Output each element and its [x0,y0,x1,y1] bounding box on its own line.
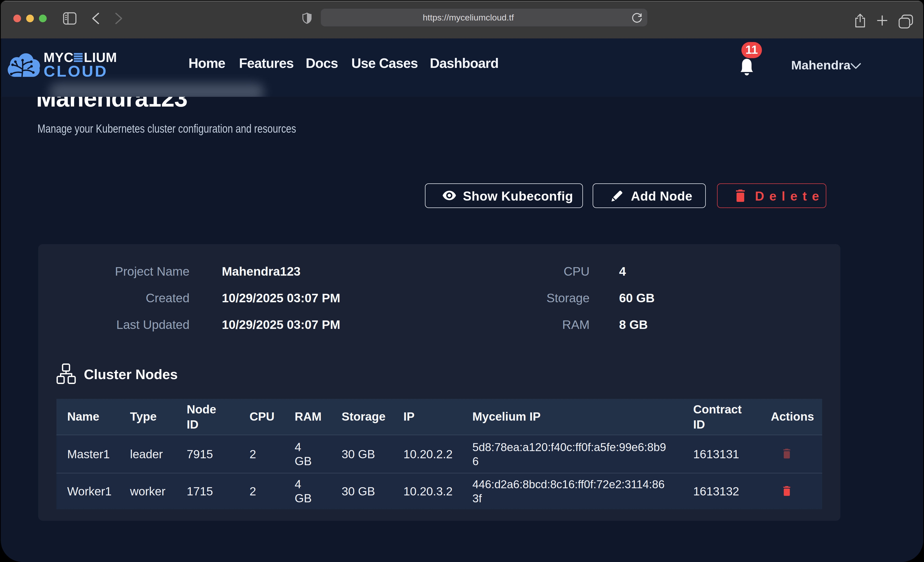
svg-text:CLOUD: CLOUD [44,62,108,80]
